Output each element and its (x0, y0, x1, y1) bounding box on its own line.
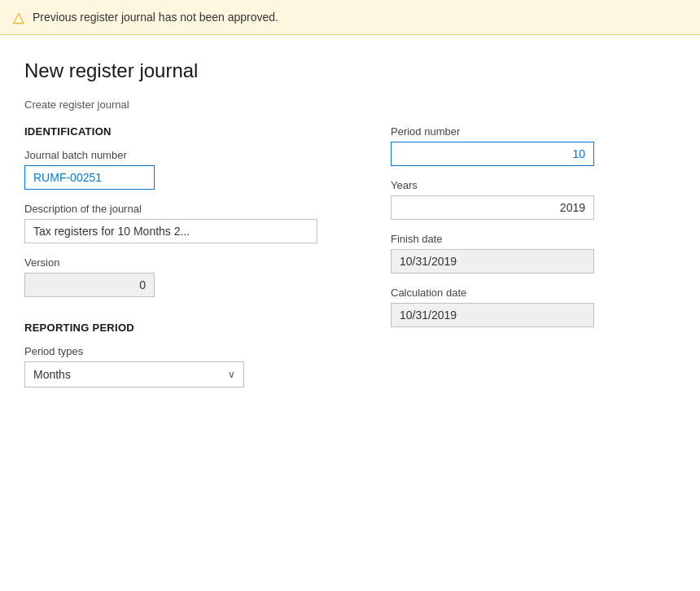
description-input[interactable] (24, 219, 317, 243)
page-content: New register journal Create register jou… (0, 35, 700, 425)
finish-date-input (391, 249, 594, 274)
calculation-date-group: Calculation date (391, 287, 619, 327)
journal-batch-label: Journal batch number (24, 149, 326, 161)
journal-batch-input[interactable] (24, 165, 155, 190)
create-label: Create register journal (24, 98, 676, 111)
years-group: Years (391, 179, 619, 220)
years-label: Years (391, 179, 619, 191)
period-types-value: Months (33, 368, 71, 381)
identification-section-header: IDENTIFICATION (24, 125, 326, 138)
years-input[interactable] (391, 195, 594, 220)
chevron-down-icon: ∨ (228, 369, 235, 380)
right-column: Period number Years Finish date Calculat… (391, 125, 619, 340)
period-number-label: Period number (391, 125, 619, 138)
period-types-select[interactable]: Months ∨ (24, 361, 244, 387)
description-group: Description of the journal (24, 203, 326, 243)
period-types-label: Period types (24, 345, 326, 357)
period-number-input[interactable] (391, 142, 594, 166)
warning-banner: △ Previous register journal has not been… (0, 0, 700, 35)
journal-batch-group: Journal batch number (24, 149, 326, 190)
warning-icon: △ (13, 8, 24, 26)
reporting-period-header: REPORTING PERIOD (24, 322, 326, 334)
page-title: New register journal (24, 59, 676, 82)
period-types-group: Period types Months ∨ (24, 345, 326, 387)
reporting-period-section: REPORTING PERIOD Period types Months ∨ (24, 322, 326, 387)
form-layout: IDENTIFICATION Journal batch number Desc… (24, 125, 676, 401)
version-group: Version (24, 256, 326, 297)
left-column: IDENTIFICATION Journal batch number Desc… (24, 125, 326, 401)
period-number-group: Period number (391, 125, 619, 166)
finish-date-group: Finish date (391, 233, 619, 274)
calculation-date-label: Calculation date (391, 287, 619, 299)
warning-message: Previous register journal has not been a… (33, 11, 278, 24)
version-label: Version (24, 256, 326, 269)
description-label: Description of the journal (24, 203, 326, 215)
version-input[interactable] (24, 273, 155, 297)
finish-date-label: Finish date (391, 233, 619, 245)
calculation-date-input (391, 303, 594, 327)
